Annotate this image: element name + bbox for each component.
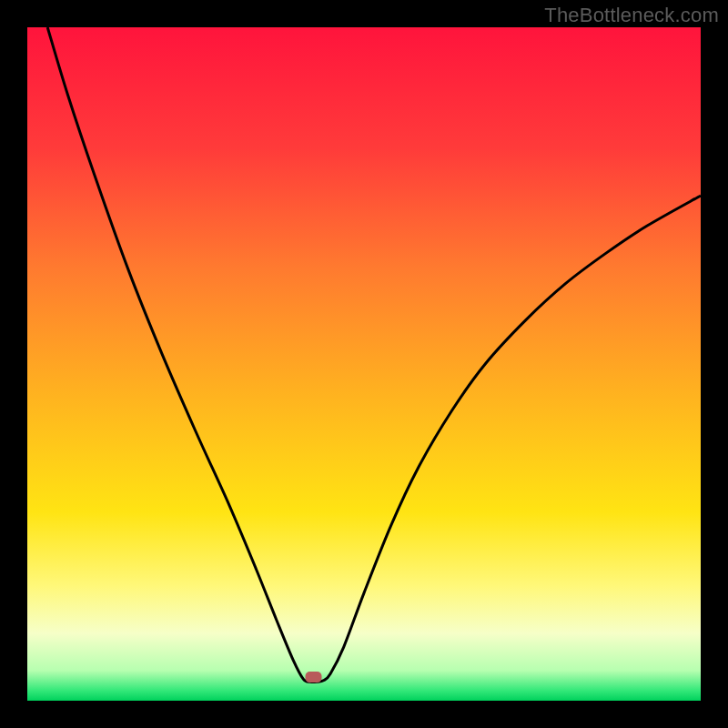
gradient-background xyxy=(27,27,701,701)
bottleneck-chart xyxy=(27,27,701,701)
chart-frame xyxy=(27,27,701,701)
minimum-marker xyxy=(306,672,322,682)
watermark-text: TheBottleneck.com xyxy=(544,4,719,27)
